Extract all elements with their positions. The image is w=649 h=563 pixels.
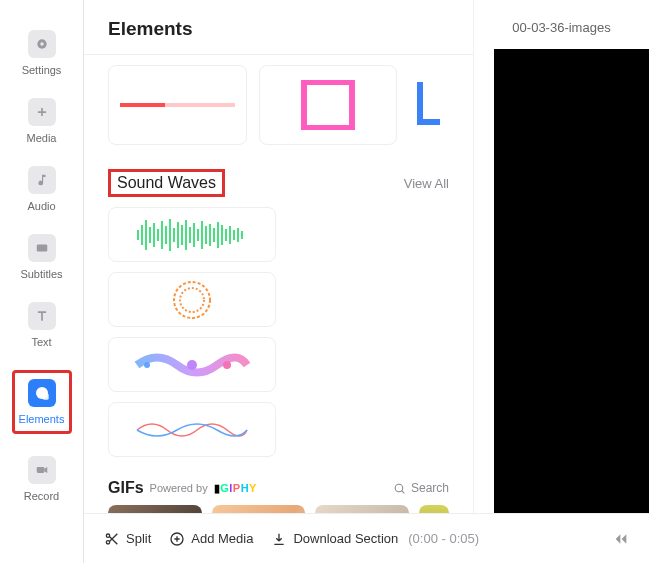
svg-rect-33 [233,230,235,240]
shape-card-line[interactable] [108,65,247,145]
gear-icon [28,30,56,58]
timeline-toolbar: Split Add Media Download Section(0:00 - … [84,513,649,563]
download-icon [271,531,287,547]
soundwaves-header: Sound Waves View All [108,163,449,207]
wave-card[interactable] [108,402,276,457]
svg-point-40 [223,361,231,369]
svg-rect-32 [229,226,231,244]
wave-card[interactable] [108,337,276,392]
download-label: Download Section [293,531,398,546]
rewind-icon [613,531,629,547]
svg-rect-26 [205,226,207,244]
section-title-soundwaves: Sound Waves [108,169,225,197]
svg-rect-23 [193,223,195,247]
svg-rect-30 [221,225,223,245]
svg-point-1 [40,42,44,46]
svg-rect-9 [137,230,139,240]
split-button[interactable]: Split [104,531,151,547]
svg-rect-4 [42,394,48,400]
powered-by-label: Powered by [150,482,208,494]
shapes-row [108,55,449,163]
panel-title: Elements [108,18,449,40]
svg-rect-29 [217,222,219,248]
svg-rect-25 [201,221,203,249]
svg-rect-7 [165,103,235,107]
preview-pane: 00-03-36-images [473,0,649,563]
svg-rect-35 [241,231,243,239]
svg-point-39 [187,360,197,370]
svg-rect-14 [157,229,159,241]
elements-icon [28,379,56,407]
svg-rect-13 [153,223,155,247]
nav-label: Audio [27,200,55,212]
svg-rect-19 [177,222,179,248]
panel-header: Elements [84,0,473,55]
svg-rect-18 [173,228,175,242]
section-title-gifs: GIFs [108,479,144,497]
nav-label: Media [27,132,57,144]
preview-canvas[interactable] [494,49,649,513]
sidebar: Settings Media Audio Subtitles Text Elem… [0,0,84,563]
svg-rect-31 [225,229,227,241]
preview-filename: 00-03-36-images [474,0,649,49]
svg-point-38 [144,362,150,368]
plus-icon [28,98,56,126]
svg-point-37 [180,288,204,312]
nav-label: Elements [19,413,65,425]
nav-label: Text [31,336,51,348]
shape-card-square[interactable] [259,65,398,145]
svg-point-44 [106,540,109,543]
svg-rect-6 [120,103,165,107]
svg-rect-34 [237,228,239,242]
music-note-icon [28,166,56,194]
svg-point-41 [395,484,403,492]
svg-rect-28 [213,228,215,242]
sidebar-item-elements[interactable]: Elements [12,370,72,434]
svg-rect-5 [36,467,44,473]
download-range: (0:00 - 0:05) [408,531,479,546]
svg-point-43 [106,534,109,537]
search-icon [393,482,406,495]
shape-card-l[interactable] [409,65,449,145]
sidebar-item-settings[interactable]: Settings [12,30,72,76]
svg-rect-17 [169,219,171,251]
giphy-logo: ▮GIPHY [214,482,257,495]
add-media-label: Add Media [191,531,253,546]
gifs-header: GIFs Powered by ▮GIPHY Search [108,471,449,505]
sidebar-item-media[interactable]: Media [12,98,72,144]
svg-rect-27 [209,224,211,246]
soundwaves-grid [108,207,449,471]
wave-card[interactable] [108,207,276,262]
svg-rect-22 [189,227,191,243]
svg-rect-11 [145,220,147,250]
add-media-button[interactable]: Add Media [169,531,253,547]
camera-icon [28,456,56,484]
view-all-link[interactable]: View All [404,176,449,191]
download-section-button[interactable]: Download Section(0:00 - 0:05) [271,531,479,547]
sidebar-item-audio[interactable]: Audio [12,166,72,212]
svg-rect-12 [149,227,151,243]
subtitles-icon [28,234,56,262]
split-label: Split [126,531,151,546]
rewind-button[interactable] [613,531,629,547]
svg-rect-20 [181,225,183,245]
svg-rect-2 [36,245,47,252]
nav-label: Record [24,490,59,502]
sidebar-item-text[interactable]: Text [12,302,72,348]
svg-rect-24 [197,229,199,241]
wave-card[interactable] [108,272,276,327]
svg-rect-10 [141,225,143,245]
scissors-icon [104,531,120,547]
text-icon [28,302,56,330]
search-label: Search [411,481,449,495]
sidebar-item-record[interactable]: Record [12,456,72,502]
search-gifs-button[interactable]: Search [393,481,449,495]
nav-label: Subtitles [20,268,62,280]
svg-rect-15 [161,221,163,249]
svg-rect-8 [304,82,352,128]
svg-rect-21 [185,220,187,250]
svg-rect-16 [165,226,167,244]
nav-label: Settings [22,64,62,76]
plus-circle-icon [169,531,185,547]
sidebar-item-subtitles[interactable]: Subtitles [12,234,72,280]
